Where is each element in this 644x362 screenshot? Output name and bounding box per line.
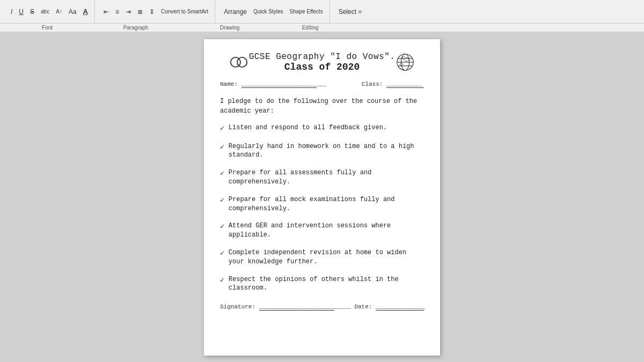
list-item: ✓ Prepare for all mock examinations full…: [220, 195, 424, 213]
toolbar: I U S abc A↑ Aa A ⇤ ≡ ⇥ ≣ ⇕ Convert to S…: [0, 0, 644, 24]
align-center-button[interactable]: ≡: [113, 7, 121, 17]
drawing-section-label: Drawing: [181, 25, 278, 31]
pledge-items-list: ✓ Listen and respond to all feedback giv…: [220, 123, 424, 293]
pledge-item-text: Regularly hand in homework on time and t…: [229, 142, 424, 160]
checkmark-icon: ✓: [220, 124, 224, 134]
checkmark-icon: ✓: [220, 196, 224, 205]
class-field: Class: __________: [362, 81, 424, 88]
paragraph-section-label: Paragraph: [90, 25, 181, 31]
date-field: Date: ______________: [354, 304, 424, 311]
drawing-section: Arrange Quick Styles Shape Effects: [217, 0, 330, 23]
font-section-label: Font: [4, 25, 90, 31]
pledge-item-text: Listen and respond to all feedback given…: [229, 123, 387, 132]
checkmark-icon: ✓: [220, 143, 224, 152]
quick-styles-button[interactable]: Quick Styles: [251, 8, 286, 16]
font-color-button[interactable]: A: [81, 6, 90, 17]
justify-button[interactable]: ≣: [135, 7, 145, 17]
title-line2: Class of 2020: [249, 62, 396, 72]
checkmark-icon: ✓: [220, 276, 224, 285]
abc-button[interactable]: abc: [39, 8, 52, 16]
name-field: Name: ________________________: [220, 81, 317, 88]
signature-field: Signature: __________________________: [220, 304, 334, 311]
strikethrough-button[interactable]: S: [28, 7, 36, 17]
name-class-line: Name: ________________________ Class: __…: [220, 81, 424, 88]
italic-button[interactable]: I: [9, 7, 14, 17]
rings-icon: [229, 52, 249, 72]
list-item: ✓ Complete independent revision at home …: [220, 248, 424, 267]
checkmark-icon: ✓: [220, 222, 224, 232]
list-item: ✓ Attend GER and intervention sessions w…: [220, 221, 424, 240]
shape-effects-button[interactable]: Shape Effects: [288, 8, 325, 16]
pledge-item-text: Attend GER and intervention sessions whe…: [229, 221, 424, 240]
select-button[interactable]: Select =: [336, 7, 364, 17]
signature-date-line: Signature: __________________________ Da…: [220, 304, 424, 311]
editing-section: Select =: [332, 0, 369, 23]
pledge-text: I pledge to do the following over the co…: [220, 97, 424, 116]
font-size-aa-button[interactable]: Aa: [67, 7, 79, 17]
editing-section-label: Editing: [278, 25, 342, 31]
main-area: GCSE Geography "I do Vows". Class of 202…: [0, 32, 644, 362]
title-line1: GCSE Geography "I do Vows".: [249, 52, 396, 62]
align-right-button[interactable]: ⇥: [123, 7, 133, 17]
font-size-small-button[interactable]: A↑: [54, 8, 64, 16]
list-item: ✓ Prepare for all assessments fully and …: [220, 168, 424, 187]
document-header: GCSE Geography "I do Vows". Class of 202…: [220, 52, 424, 72]
svg-point-1: [237, 57, 247, 67]
pledge-item-text: Prepare for all assessments fully and co…: [229, 168, 424, 187]
pledge-item-text: Respect the opinions of others whilst in…: [229, 275, 424, 293]
list-item: ✓ Respect the opinions of others whilst …: [220, 275, 424, 293]
globe-icon: [395, 52, 415, 72]
list-item: ✓ Regularly hand in homework on time and…: [220, 142, 424, 160]
align-left-button[interactable]: ⇤: [101, 7, 111, 17]
section-labels-bar: Font Paragraph Drawing Editing: [0, 24, 644, 32]
underline-button[interactable]: U: [17, 7, 26, 17]
checkmark-icon: ✓: [220, 169, 224, 179]
arrange-button[interactable]: Arrange: [222, 7, 249, 17]
checkmark-icon: ✓: [220, 249, 224, 258]
document: GCSE Geography "I do Vows". Class of 202…: [204, 39, 440, 356]
line-spacing-button[interactable]: ⇕: [147, 7, 157, 17]
font-section: I U S abc A↑ Aa A: [4, 0, 95, 23]
pledge-item-text: Prepare for all mock examinations fully …: [229, 195, 424, 213]
paragraph-section: ⇤ ≡ ⇥ ≣ ⇕ Convert to SmartArt: [97, 0, 215, 23]
convert-smartart-button[interactable]: Convert to SmartArt: [159, 8, 210, 16]
list-item: ✓ Listen and respond to all feedback giv…: [220, 123, 424, 134]
pledge-item-text: Complete independent revision at home to…: [229, 248, 424, 267]
document-title: GCSE Geography "I do Vows". Class of 202…: [249, 52, 396, 72]
